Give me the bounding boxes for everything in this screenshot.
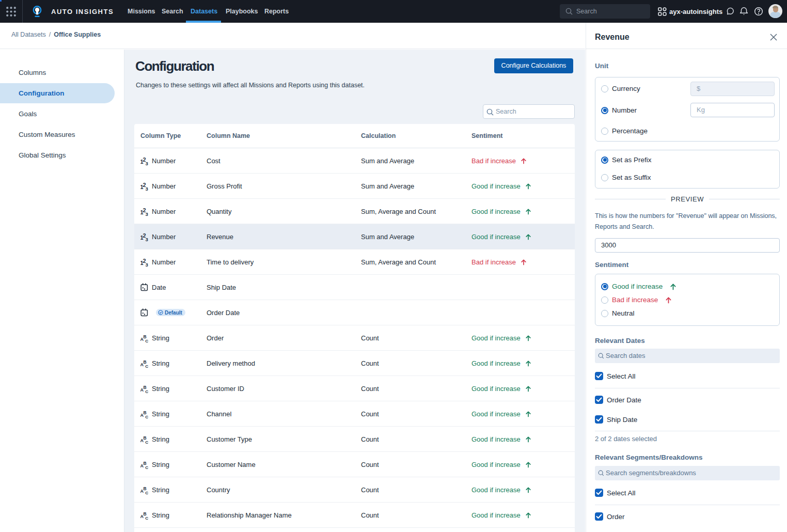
svg-text:C: C [145,491,148,494]
svg-text:C: C [145,339,148,342]
svg-text:3: 3 [146,211,148,216]
svg-text:3: 3 [146,161,148,165]
svg-text:C: C [145,389,148,393]
svg-text:C: C [145,415,148,418]
svg-text:C: C [145,516,148,520]
svg-text:3: 3 [146,237,148,241]
svg-text:3: 3 [146,186,148,191]
svg-text:C: C [145,465,148,469]
svg-text:C: C [145,364,148,368]
svg-text:C: C [145,440,148,444]
svg-text:3: 3 [146,262,148,267]
